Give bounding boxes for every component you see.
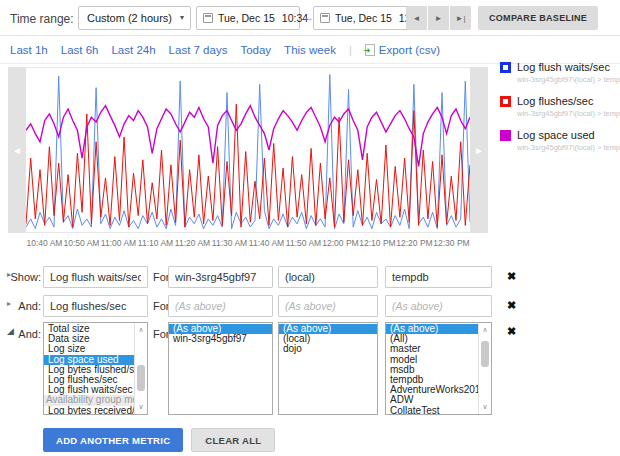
remove-row-button[interactable]: ✖: [507, 325, 516, 338]
pan-left-rail[interactable]: ◄: [8, 67, 26, 233]
legend-series-source: win-3srg45gbf97\(local) > tempdb: [517, 75, 618, 84]
scroll-up-icon[interactable]: ∧: [479, 326, 491, 334]
time-range-label: Time range:: [10, 12, 74, 26]
bottom-actions: ADD ANOTHER METRIC CLEAR ALL: [43, 428, 275, 452]
time-nav-buttons: ◄ ► ►|: [406, 6, 471, 30]
time-range-select[interactable]: Custom (2 hours) ▾: [78, 6, 191, 30]
pan-right-rail[interactable]: ►: [470, 67, 488, 233]
database-input[interactable]: [385, 295, 492, 317]
x-tick-label: 11:30 AM: [211, 238, 248, 248]
scroll-down-icon[interactable]: ∨: [135, 403, 147, 411]
calendar-icon: [320, 13, 330, 23]
database-listbox: (As above)(All)mastermodelmsdbtempdbAdve…: [385, 322, 492, 415]
legend-series-name: Log flushes/sec: [517, 95, 593, 107]
quick-link-last-24h[interactable]: Last 24h: [111, 44, 155, 56]
chevron-down-icon: ▾: [180, 7, 184, 29]
x-axis-ticks: 10:40 AM10:50 AM11:00 AM11:10 AM11:20 AM…: [26, 238, 470, 248]
and-label: And:: [8, 328, 41, 340]
remove-row-button[interactable]: ✖: [507, 299, 516, 312]
option-win-3srg45gbf97[interactable]: win-3srg45gbf97: [169, 334, 272, 344]
links-separator: |: [349, 44, 352, 56]
scrollbar-thumb[interactable]: [481, 341, 489, 367]
x-tick-label: 12:00 PM: [322, 238, 359, 248]
filter-row-and-1: ▸ And: For: ✖: [0, 295, 620, 319]
quick-link-last-6h[interactable]: Last 6h: [61, 44, 99, 56]
legend-entry-log-flushes-sec[interactable]: Log flushes/secwin-3srg45gbf97\(local) >…: [500, 95, 618, 118]
listbox-scrollbar[interactable]: ∧∨: [478, 323, 491, 414]
scroll-up-icon[interactable]: ∧: [135, 326, 147, 334]
compare-baseline-button[interactable]: COMPARE BASELINE: [478, 6, 598, 30]
metric-input[interactable]: [43, 295, 148, 317]
x-tick-label: 11:40 AM: [248, 238, 285, 248]
export-csv-icon: [365, 44, 375, 56]
metric-input[interactable]: [43, 266, 148, 288]
show-label: Show:: [8, 271, 41, 283]
quick-links-row: Last 1hLast 6hLast 24hLast 7 daysTodayTh…: [0, 37, 620, 64]
step-forward-button[interactable]: ►: [428, 6, 449, 30]
metric-listbox: Total sizeData sizeLog sizeLog space use…: [43, 322, 148, 415]
x-tick-label: 10:40 AM: [26, 238, 63, 248]
performance-dashboard: Time range: Custom (2 hours) ▾ Tue, Dec …: [0, 0, 620, 456]
instance-input[interactable]: [278, 295, 378, 317]
scrollbar-thumb[interactable]: [137, 365, 145, 391]
quick-link-today[interactable]: Today: [240, 44, 271, 56]
instance-listbox: (As above)(local)dojo: [278, 322, 378, 415]
pan-left-icon: ◄: [8, 145, 26, 156]
server-input[interactable]: [168, 266, 273, 288]
and-label: And:: [8, 300, 41, 312]
option-collatetest[interactable]: CollateTest: [386, 406, 491, 415]
legend-entry-log-space-used[interactable]: Log space usedwin-3srg45gbf97\(local) > …: [500, 129, 618, 152]
clear-all-button[interactable]: CLEAR ALL: [191, 428, 275, 452]
option-log-bytes-received-sec[interactable]: Log bytes received/sec: [44, 406, 147, 415]
series-log-space-used: [26, 106, 470, 167]
x-tick-label: 11:50 AM: [285, 238, 322, 248]
quick-link-this-week[interactable]: This week: [284, 44, 336, 56]
legend-series-source: win-3srg45gbf97\(local) > tempdb: [517, 143, 618, 152]
legend-swatch-icon: [500, 62, 511, 73]
x-tick-label: 12:10 PM: [359, 238, 396, 248]
legend-series-source: win-3srg45gbf97\(local) > tempdb: [517, 109, 618, 118]
start-date: Tue, Dec 15: [218, 12, 275, 24]
metrics-chart[interactable]: [26, 67, 470, 233]
server-listbox: (As above)win-3srg45gbf97: [168, 322, 273, 415]
filter-row-and-2: ◢ And: Total sizeData sizeLog sizeLog sp…: [0, 322, 620, 417]
add-another-metric-button[interactable]: ADD ANOTHER METRIC: [43, 428, 183, 452]
x-tick-label: 10:50 AM: [63, 238, 100, 248]
legend-series-name: Log space used: [517, 129, 595, 141]
quick-links: Last 1hLast 6hLast 24hLast 7 daysTodayTh…: [10, 44, 336, 56]
option-dojo[interactable]: dojo: [279, 344, 377, 354]
jump-to-now-button[interactable]: ►|: [450, 6, 471, 30]
instance-input[interactable]: [278, 266, 378, 288]
x-tick-label: 12:30 PM: [433, 238, 470, 248]
legend-entry-log-flush-waits-sec[interactable]: Log flush waits/secwin-3srg45gbf97\(loca…: [500, 61, 618, 84]
end-date: Tue, Dec 15: [335, 12, 392, 24]
scroll-down-icon[interactable]: ∨: [479, 403, 491, 411]
toolbar: Time range: Custom (2 hours) ▾ Tue, Dec …: [0, 0, 620, 36]
server-input[interactable]: [168, 295, 273, 317]
remove-row-button[interactable]: ✖: [507, 270, 516, 283]
legend-series-name: Log flush waits/sec: [517, 61, 610, 73]
legend-swatch-icon: [500, 96, 511, 107]
legend-swatch-icon: [500, 130, 511, 141]
chart-legend: Log flush waits/secwin-3srg45gbf97\(loca…: [500, 61, 618, 163]
start-datetime-picker[interactable]: Tue, Dec 15 10:34: [196, 6, 300, 30]
end-datetime-picker[interactable]: Tue, Dec 15 12:34: [313, 6, 417, 30]
x-tick-label: 11:00 AM: [100, 238, 137, 248]
listbox-scrollbar[interactable]: ∧∨: [134, 323, 147, 414]
x-tick-label: 12:20 PM: [396, 238, 433, 248]
quick-link-last-1h[interactable]: Last 1h: [10, 44, 48, 56]
pan-right-icon: ►: [470, 145, 488, 156]
database-input[interactable]: [385, 266, 492, 288]
series-log-flushes-sec: [26, 104, 470, 227]
step-back-button[interactable]: ◄: [406, 6, 427, 30]
x-tick-label: 11:10 AM: [137, 238, 174, 248]
calendar-icon: [203, 13, 213, 23]
filter-row-show: ▸ Show: For: ✖: [0, 266, 620, 290]
x-tick-label: 11:20 AM: [174, 238, 211, 248]
export-csv-label: Export (csv): [379, 44, 440, 56]
time-range-value: Custom (2 hours): [87, 12, 172, 24]
export-csv-link[interactable]: Export (csv): [365, 44, 440, 56]
quick-link-last-7-days[interactable]: Last 7 days: [169, 44, 228, 56]
